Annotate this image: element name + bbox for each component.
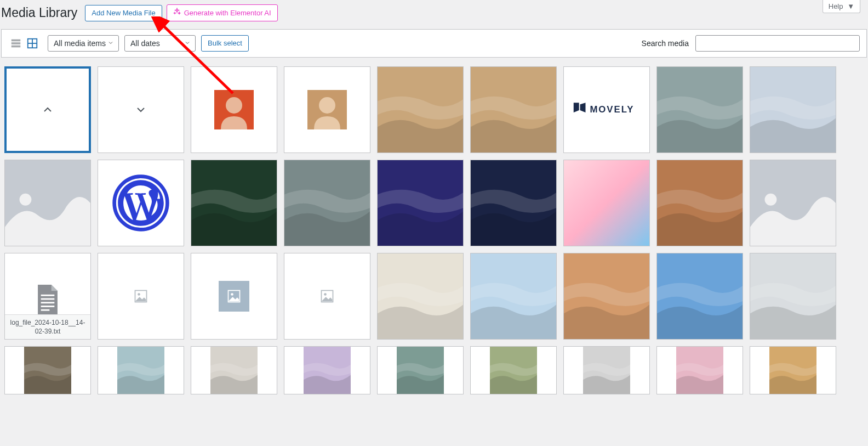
- svg-rect-38: [41, 298, 55, 300]
- svg-point-45: [231, 293, 233, 296]
- media-tile[interactable]: [750, 66, 836, 153]
- svg-point-43: [138, 293, 140, 296]
- media-tile[interactable]: [563, 253, 650, 340]
- chevron-up-icon: [41, 103, 54, 116]
- photo-thumbnail: [378, 67, 463, 153]
- svg-text:MOVELY: MOVELY: [590, 104, 634, 115]
- image-placeholder-icon: [226, 289, 242, 304]
- grid-icon: [26, 37, 38, 49]
- media-tile[interactable]: [191, 253, 277, 340]
- media-tile[interactable]: [750, 346, 836, 394]
- sparkle-icon: [173, 8, 181, 18]
- photo-thumbnail: [284, 347, 370, 394]
- media-tile[interactable]: [4, 160, 91, 246]
- photo-thumbnail: [471, 160, 556, 246]
- media-tile[interactable]: [4, 346, 91, 394]
- media-tile[interactable]: [284, 253, 370, 340]
- media-tile[interactable]: [470, 66, 557, 153]
- bulk-select-button[interactable]: Bulk select: [201, 35, 249, 52]
- svg-rect-32: [564, 160, 649, 246]
- svg-point-47: [324, 293, 327, 296]
- media-tile[interactable]: [750, 160, 836, 246]
- generate-ai-button[interactable]: Generate with Elementor AI: [167, 4, 278, 21]
- search-input[interactable]: [695, 35, 860, 52]
- help-tab[interactable]: Help ▼: [823, 0, 860, 13]
- media-tile[interactable]: [284, 66, 370, 153]
- media-tile[interactable]: [377, 253, 464, 340]
- photo-thumbnail: [750, 67, 836, 153]
- image-placeholder-icon: [133, 289, 149, 304]
- photo-thumbnail: [191, 347, 277, 394]
- media-tile[interactable]: [98, 160, 184, 246]
- photo-thumbnail: [378, 160, 463, 246]
- svg-rect-2: [12, 42, 21, 44]
- svg-rect-37: [41, 295, 55, 296]
- photo-thumbnail: [5, 347, 90, 394]
- dates-filter[interactable]: All dates: [124, 35, 196, 52]
- file-name: log_file_2024-10-18__14-02-39.txt: [5, 314, 90, 339]
- media-tile[interactable]: log_file_2024-10-18__14-02-39.txt: [4, 253, 91, 340]
- grid-view-toggle[interactable]: [25, 36, 40, 51]
- movely-logo: MOVELY: [564, 67, 649, 153]
- wordpress-logo-icon: [111, 173, 171, 233]
- media-tile[interactable]: [563, 160, 650, 246]
- chevron-down-icon: [134, 103, 147, 116]
- search-label: Search media: [642, 39, 689, 48]
- photo-thumbnail: [98, 347, 184, 394]
- svg-rect-39: [41, 302, 55, 304]
- photo-thumbnail: [471, 253, 556, 339]
- photo-thumbnail: [657, 67, 743, 153]
- media-tile[interactable]: [656, 160, 743, 246]
- photo-thumbnail: [564, 347, 649, 394]
- media-tile[interactable]: [191, 346, 277, 394]
- list-view-toggle[interactable]: [8, 36, 24, 51]
- media-tile[interactable]: [191, 66, 277, 153]
- portrait-thumbnail: [214, 90, 254, 129]
- svg-rect-3: [12, 46, 21, 48]
- photo-thumbnail: [471, 347, 556, 394]
- media-tile[interactable]: [284, 346, 370, 394]
- media-tile[interactable]: MOVELY: [563, 66, 650, 153]
- media-tile[interactable]: [98, 253, 184, 340]
- gradient-thumbnail: [564, 160, 649, 246]
- portrait-thumbnail: [307, 90, 347, 129]
- photo-thumbnail: [378, 347, 463, 394]
- photo-thumbnail: [750, 253, 836, 339]
- caret-down-icon: ▼: [847, 2, 854, 10]
- media-tile[interactable]: [98, 66, 184, 153]
- image-placeholder-icon: [5, 160, 90, 246]
- page-title: Media Library: [1, 5, 77, 20]
- svg-point-8: [226, 97, 242, 114]
- image-placeholder-icon: [319, 289, 335, 304]
- photo-thumbnail: [657, 253, 743, 339]
- media-tile[interactable]: [191, 160, 277, 246]
- document-icon: [35, 285, 60, 315]
- list-icon: [10, 37, 22, 49]
- svg-rect-41: [41, 309, 50, 311]
- photo-thumbnail: [750, 347, 836, 394]
- media-tile[interactable]: [470, 160, 557, 246]
- svg-point-22: [20, 194, 32, 206]
- media-tile[interactable]: [4, 66, 91, 153]
- media-tile[interactable]: [656, 66, 743, 153]
- svg-rect-1: [12, 39, 21, 42]
- photo-thumbnail: [657, 160, 743, 246]
- chevron-down-icon: [184, 39, 191, 48]
- media-tile[interactable]: [656, 346, 743, 394]
- media-tile[interactable]: [656, 253, 743, 340]
- media-tile[interactable]: [750, 253, 836, 340]
- svg-point-10: [319, 97, 335, 114]
- photo-thumbnail: [564, 253, 649, 339]
- svg-point-36: [765, 194, 777, 206]
- add-new-media-button[interactable]: Add New Media File: [85, 5, 162, 21]
- media-tile[interactable]: [563, 346, 650, 394]
- media-tile[interactable]: [470, 346, 557, 394]
- header: Media Library Add New Media File Generat…: [0, 0, 868, 29]
- media-tile[interactable]: [377, 160, 464, 246]
- media-tile[interactable]: [377, 346, 464, 394]
- media-tile[interactable]: [284, 160, 370, 246]
- media-tile[interactable]: [377, 66, 464, 153]
- media-tile[interactable]: [98, 346, 184, 394]
- media-type-filter[interactable]: All media items: [48, 35, 119, 52]
- media-tile[interactable]: [470, 253, 557, 340]
